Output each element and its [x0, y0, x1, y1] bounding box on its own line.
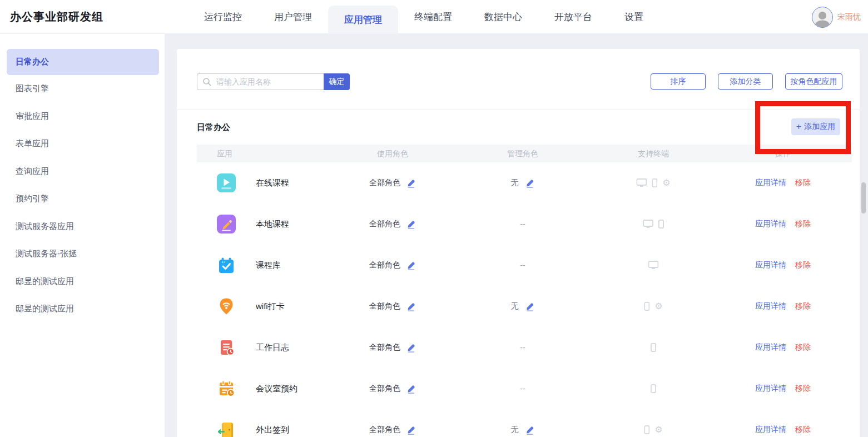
sidebar-item-diyu-test-apps-2[interactable]: 邸昱的测试应用	[0, 295, 165, 323]
list-toolbar: 排序 添加分类 按角色配应用	[651, 73, 842, 90]
use-role-cell: 全部角色	[369, 425, 416, 435]
tab-user-management[interactable]: 用户管理	[258, 0, 328, 34]
sidebar-item-label: 图表引擎	[16, 83, 49, 94]
manage-role-value: --	[520, 220, 525, 229]
remove-link[interactable]: 移除	[795, 384, 811, 394]
mobile-terminal-icon	[644, 302, 649, 311]
table-header-row: 应用 使用角色 管理角色 支持终端 操作	[197, 145, 852, 162]
user-avatar[interactable]	[812, 7, 833, 28]
plus-icon: +	[796, 122, 801, 131]
remove-link[interactable]: 移除	[795, 260, 811, 270]
remove-link[interactable]: 移除	[795, 425, 811, 435]
edit-use-role-icon[interactable]	[406, 261, 416, 270]
mobile-terminal-icon	[644, 425, 649, 434]
edit-use-role-icon[interactable]	[406, 178, 416, 188]
add-app-button[interactable]: + 添加应用	[791, 118, 840, 135]
sidebar-item-chart-engine[interactable]: 图表引擎	[0, 75, 165, 103]
search-confirm-button[interactable]: 确定	[324, 73, 350, 90]
tab-open-platform[interactable]: 开放平台	[538, 0, 608, 34]
remove-link[interactable]: 移除	[795, 342, 811, 352]
use-role-value: 全部角色	[369, 219, 400, 229]
col-header-app: 应用	[217, 145, 232, 162]
use-role-value: 全部角色	[369, 301, 400, 311]
tab-label: 数据中心	[484, 11, 522, 23]
sidebar-item-label: 预约引擎	[16, 193, 49, 204]
tab-app-management[interactable]: 应用管理	[328, 6, 398, 34]
app-detail-link[interactable]: 应用详情	[755, 301, 786, 311]
sidebar-item-test-server-zhangzheng[interactable]: 测试服务器-张拯	[0, 240, 165, 268]
app-name: 本地课程	[256, 219, 289, 230]
supported-terminals-cell: ⚙	[636, 178, 670, 187]
sidebar-item-booking-engine[interactable]: 预约引擎	[0, 185, 165, 213]
app-detail-link[interactable]: 应用详情	[755, 219, 786, 229]
local-course-icon	[217, 215, 236, 234]
col-header-use-role: 使用角色	[377, 145, 408, 162]
search-bar: 确定	[197, 73, 350, 90]
app-name: 外出签到	[256, 425, 289, 435]
tab-settings[interactable]: 设置	[608, 0, 659, 34]
sidebar-item-query-apps[interactable]: 查询应用	[0, 158, 165, 186]
manage-role-cell: --	[520, 343, 525, 352]
manage-role-value: 无	[511, 301, 519, 311]
edit-use-role-icon[interactable]	[406, 384, 416, 394]
edit-manage-role-icon[interactable]	[525, 302, 535, 311]
app-detail-link[interactable]: 应用详情	[755, 342, 786, 352]
use-role-cell: 全部角色	[369, 219, 416, 229]
mobile-terminal-icon	[658, 220, 664, 229]
add-category-button[interactable]: 添加分类	[718, 73, 773, 90]
app-name: wifi打卡	[256, 301, 285, 312]
section-divider	[177, 110, 860, 110]
tab-run-monitor[interactable]: 运行监控	[188, 0, 258, 34]
sort-button[interactable]: 排序	[651, 73, 706, 90]
online-course-icon	[217, 173, 236, 192]
app-detail-link[interactable]: 应用详情	[755, 425, 786, 435]
sidebar-item-daily-office[interactable]: 日常办公	[7, 49, 159, 75]
sidebar-item-test-server-apps[interactable]: 测试服务器应用	[0, 213, 165, 241]
app-detail-link[interactable]: 应用详情	[755, 260, 786, 270]
edit-use-role-icon[interactable]	[406, 343, 416, 352]
app-name: 在线课程	[256, 178, 289, 188]
tab-terminal-config[interactable]: 终端配置	[398, 0, 468, 34]
user-area: 宋雨忧	[812, 0, 861, 34]
search-input[interactable]	[197, 73, 324, 90]
app-detail-link[interactable]: 应用详情	[755, 384, 786, 394]
sidebar-item-approval-apps[interactable]: 审批应用	[0, 103, 165, 131]
manage-role-cell: 无	[511, 301, 535, 311]
user-name[interactable]: 宋雨忧	[837, 12, 861, 22]
edit-use-role-icon[interactable]	[406, 220, 416, 229]
edit-use-role-icon[interactable]	[406, 302, 416, 311]
manage-role-value: --	[520, 384, 525, 393]
supported-terminals-cell	[643, 220, 664, 229]
edit-manage-role-icon[interactable]	[525, 178, 535, 188]
sidebar-item-diyu-test-apps-1[interactable]: 邸昱的测试应用	[0, 268, 165, 296]
scrollbar-thumb[interactable]	[861, 182, 866, 213]
sidebar-item-label: 查询应用	[16, 166, 49, 177]
app-table-body: 在线课程全部角色无⚙应用详情移除本地课程全部角色--应用详情移除课程库全部角色-…	[197, 162, 852, 437]
remove-link[interactable]: 移除	[795, 219, 811, 229]
sidebar-item-label: 测试服务器应用	[16, 221, 74, 232]
assign-apps-by-role-button[interactable]: 按角色配应用	[785, 73, 842, 90]
edit-manage-role-icon[interactable]	[525, 425, 535, 435]
use-role-cell: 全部角色	[369, 301, 416, 311]
app-detail-link[interactable]: 应用详情	[755, 178, 786, 188]
app-name: 工作日志	[256, 342, 289, 353]
desktop-terminal-icon	[643, 220, 653, 229]
supported-terminals-cell	[648, 261, 659, 270]
sidebar-item-form-apps[interactable]: 表单应用	[0, 130, 165, 158]
mobile-terminal-icon	[652, 178, 657, 187]
edit-use-role-icon[interactable]	[406, 425, 416, 435]
add-app-label: 添加应用	[804, 122, 835, 132]
table-row: wifi打卡全部角色无⚙应用详情移除	[197, 286, 852, 327]
gear-terminal-icon: ⚙	[654, 425, 662, 434]
desktop-terminal-icon	[636, 178, 647, 187]
manage-role-cell: 无	[511, 425, 535, 435]
avatar-photo-placeholder	[813, 9, 832, 27]
gear-terminal-icon: ⚙	[654, 302, 662, 311]
remove-link[interactable]: 移除	[795, 178, 811, 188]
tab-data-center[interactable]: 数据中心	[468, 0, 538, 34]
remove-link[interactable]: 移除	[795, 301, 811, 311]
col-header-manage-role: 管理角色	[507, 145, 538, 162]
app-name: 会议室预约	[256, 384, 297, 394]
course-library-icon	[217, 256, 236, 275]
top-nav: 运行监控 用户管理 应用管理 终端配置 数据中心 开放平台 设置	[188, 0, 659, 34]
